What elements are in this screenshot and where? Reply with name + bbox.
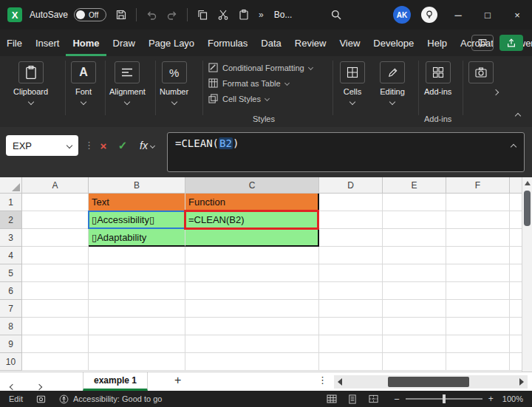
enter-button[interactable]: ✓ [114,137,132,154]
tab-page-layout[interactable]: Page Layo [142,30,201,56]
tab-file[interactable]: File [0,30,29,56]
cell-E1[interactable] [383,194,446,211]
normal-view-button[interactable] [321,394,342,403]
paste-button[interactable] [238,9,250,21]
row-header-4[interactable]: 4 [0,247,22,264]
cell[interactable] [319,282,383,300]
row-header-5[interactable]: 5 [0,264,22,282]
row-header-10[interactable]: 10 [0,353,22,371]
redo-button[interactable] [166,9,178,21]
cell-A1[interactable] [22,194,89,211]
collapse-formula-bar-button[interactable] [511,139,516,152]
previous-sheet-button[interactable] [10,379,15,392]
save-button[interactable] [115,9,127,21]
workbook-title[interactable]: Bo... [274,10,293,20]
formula-input[interactable]: =CLEAN(B2) [167,132,525,172]
collapse-ribbon-button[interactable] [516,108,520,121]
cell-C2[interactable]: =CLEAN(B2) [185,211,319,229]
cell[interactable] [185,353,319,371]
ideas-button[interactable] [421,7,437,23]
cell[interactable] [383,264,446,282]
cell-B2[interactable]: ▯Accessibility▯ [89,211,185,229]
sheet-options-button[interactable]: ⋮ [318,374,327,386]
cell[interactable] [22,247,89,264]
font-group-button[interactable]: A Font [71,61,96,104]
toolbar-overflow-button[interactable]: » [259,10,264,20]
cell[interactable] [319,353,383,371]
cell[interactable] [383,247,446,264]
minimize-button[interactable]: ─ [443,0,473,30]
cell-F3[interactable] [446,229,510,247]
screenshot-tool-button[interactable] [468,61,494,83]
next-sheet-button[interactable] [37,379,41,392]
vertical-scrollbar[interactable] [522,177,532,372]
search-button[interactable] [330,9,342,21]
zoom-out-button[interactable]: − [394,394,400,405]
cell-A3[interactable] [22,229,89,247]
name-box[interactable]: EXP [6,135,78,156]
tab-review[interactable]: Review [288,30,333,56]
cell[interactable] [446,247,510,264]
cells-group-button[interactable]: Cells [340,61,365,104]
cell[interactable] [446,300,510,318]
number-group-button[interactable]: % Number [160,61,188,104]
tab-insert[interactable]: Insert [29,30,66,56]
cell-D2[interactable] [319,211,383,229]
select-all-button[interactable] [0,177,22,194]
row-header-8[interactable]: 8 [0,318,22,335]
clipboard-group-button[interactable]: Clipboard [13,61,48,104]
cell-E3[interactable] [383,229,446,247]
col-header-B[interactable]: B [89,177,185,194]
cell-D1[interactable] [319,194,383,211]
accessibility-status[interactable]: Accessibility: Good to go [73,394,162,403]
cell[interactable] [319,247,383,264]
cell[interactable] [89,353,185,371]
zoom-in-button[interactable]: + [488,394,494,404]
tab-data[interactable]: Data [254,30,287,56]
undo-button[interactable] [146,9,157,21]
cell[interactable] [446,264,510,282]
cell-E2[interactable] [383,211,446,229]
close-button[interactable]: × [502,0,532,30]
ribbon-scroll-right-button[interactable] [494,84,498,98]
cell[interactable] [185,318,319,335]
vertical-scrollbar-thumb[interactable] [524,191,531,226]
conditional-formatting-button[interactable]: Conditional Formatting [208,63,313,72]
cell[interactable] [89,282,185,300]
cell[interactable] [383,335,446,353]
cell[interactable] [185,335,319,353]
zoom-slider-thumb[interactable] [443,394,446,403]
tab-home[interactable]: Home [66,30,106,56]
col-header-E[interactable]: E [383,177,446,194]
cell[interactable] [22,335,89,353]
macro-record-button[interactable] [36,394,46,404]
cell-B3[interactable]: ▯Adaptability [89,229,185,247]
cell-D3[interactable] [319,229,383,247]
tab-help[interactable]: Help [420,30,454,56]
autosave-toggle[interactable]: Off [74,8,106,21]
col-header-A[interactable]: A [22,177,89,194]
cell[interactable] [446,318,510,335]
cell[interactable] [446,335,510,353]
alignment-group-button[interactable]: Alignment [109,61,146,104]
col-header-C[interactable]: C [185,177,319,194]
cell[interactable] [185,247,319,264]
cell[interactable] [89,247,185,264]
cell-C3[interactable] [185,229,319,247]
copy-button[interactable] [197,9,208,21]
tab-draw[interactable]: Draw [106,30,142,56]
col-header-F[interactable]: F [446,177,510,194]
formula-bar-options[interactable]: ⋮ [84,140,94,151]
cell-F2[interactable] [446,211,510,229]
tab-view[interactable]: View [332,30,366,56]
cell[interactable] [319,318,383,335]
maximize-button[interactable]: □ [473,0,502,30]
tab-developer[interactable]: Develope [366,30,420,56]
cell[interactable] [22,300,89,318]
cell[interactable] [319,264,383,282]
cell[interactable] [383,300,446,318]
accessibility-checker-icon[interactable] [59,394,69,404]
page-break-preview-button[interactable] [363,394,383,403]
horizontal-scrollbar[interactable] [334,375,528,389]
cell[interactable] [185,282,319,300]
